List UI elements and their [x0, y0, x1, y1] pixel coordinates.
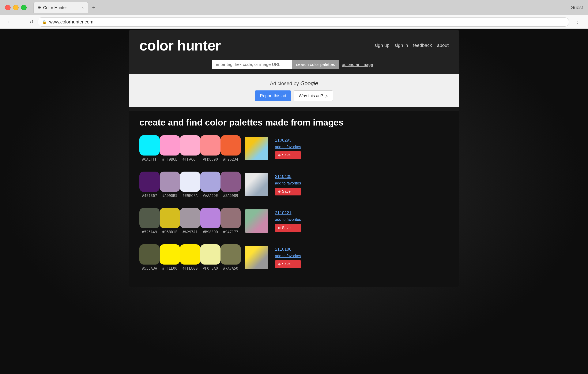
- swatch-code: #A990B5: [162, 193, 178, 198]
- add-to-favorites-link[interactable]: add to favorites: [275, 254, 301, 258]
- swatch-wrap: #4E1867: [139, 171, 160, 198]
- swatch-wrap: #E9ECFA: [180, 171, 200, 198]
- save-button[interactable]: Save: [275, 260, 301, 268]
- palette-info: 2110188add to favoritesSave: [275, 247, 301, 268]
- color-swatch[interactable]: [180, 135, 200, 156]
- signin-link[interactable]: sign in: [395, 43, 408, 48]
- swatch-wrap: #FFACCF: [180, 135, 200, 161]
- browser-menu-button[interactable]: ⋮: [572, 18, 583, 26]
- close-button[interactable]: [5, 5, 10, 10]
- signup-link[interactable]: sign up: [375, 43, 389, 48]
- color-swatch[interactable]: [139, 171, 160, 192]
- add-to-favorites-link[interactable]: add to favorites: [275, 181, 301, 185]
- palette-image[interactable]: [245, 209, 268, 233]
- swatch-code: #FFEE00: [162, 266, 178, 270]
- swatch-code: #0AEFFF: [142, 157, 157, 161]
- color-swatch[interactable]: [220, 135, 241, 156]
- address-bar[interactable]: 🔒: [38, 17, 569, 27]
- color-swatch[interactable]: [160, 135, 180, 156]
- swatch-code: #FF9BCE: [162, 157, 178, 161]
- color-swatch[interactable]: [139, 135, 160, 156]
- swatch-code: #E9ECFA: [182, 193, 198, 198]
- color-swatch[interactable]: [220, 208, 241, 228]
- color-swatch[interactable]: [160, 244, 180, 265]
- palette-row: #0AEFFF#FF9BCE#FFACCF#FD8C90#F2623421082…: [139, 135, 449, 161]
- add-to-favorites-link[interactable]: add to favorites: [275, 145, 301, 149]
- color-swatch[interactable]: [200, 135, 220, 156]
- ad-buttons: Report this ad Why this ad? ▷: [255, 90, 333, 101]
- traffic-lights: [5, 5, 27, 10]
- reload-button[interactable]: ↺: [29, 18, 34, 26]
- swatch-code: #FD8C90: [203, 157, 218, 161]
- color-swatch[interactable]: [180, 244, 200, 265]
- palette-image[interactable]: [245, 246, 268, 269]
- search-button[interactable]: search color palettes: [292, 60, 339, 69]
- color-swatch[interactable]: [200, 208, 220, 228]
- color-swatch[interactable]: [200, 244, 220, 265]
- site-content: create and find color palettes made from…: [129, 111, 459, 287]
- forward-button[interactable]: →: [17, 18, 25, 26]
- swatch-wrap: #0AEFFF: [139, 135, 160, 161]
- swatch-code: #4E1867: [142, 193, 157, 198]
- swatch-code: #8A5989: [223, 193, 238, 198]
- swatch-wrap: #FD8C90: [200, 135, 220, 161]
- color-swatch[interactable]: [220, 171, 241, 192]
- feedback-link[interactable]: feedback: [413, 43, 432, 48]
- swatch-code: #FFE800: [182, 266, 198, 270]
- swatch-wrap: #A297A1: [180, 208, 200, 234]
- palette-id-link[interactable]: 2110221: [275, 211, 301, 215]
- color-swatch[interactable]: [180, 208, 200, 228]
- palette-row: #4E1867#A990B5#E9ECFA#AAA6DE#8A598921104…: [139, 171, 449, 198]
- new-tab-button[interactable]: +: [90, 3, 98, 12]
- site-header: color hunter sign up sign in feedback ab…: [129, 30, 459, 60]
- save-button[interactable]: Save: [275, 188, 301, 195]
- color-swatch[interactable]: [200, 171, 220, 192]
- upload-button[interactable]: upload an image: [339, 60, 376, 69]
- swatch-code: #F0F0A0: [203, 266, 218, 270]
- palette-id-link[interactable]: 2108293: [275, 138, 301, 143]
- lock-icon: 🔒: [42, 20, 47, 24]
- address-input[interactable]: [49, 19, 565, 25]
- back-button[interactable]: ←: [5, 18, 13, 26]
- palettes-container: #0AEFFF#FF9BCE#FFACCF#FD8C90#F2623421082…: [139, 135, 449, 270]
- minimize-button[interactable]: [13, 5, 19, 10]
- palette-info: 2110405add to favoritesSave: [275, 174, 301, 195]
- search-input[interactable]: [212, 60, 292, 69]
- palette-image[interactable]: [245, 173, 268, 196]
- swatch-wrap: #525A49: [139, 208, 160, 234]
- swatch-wrap: #FFEE00: [160, 244, 180, 270]
- maximize-button[interactable]: [21, 5, 27, 10]
- tab-close-icon[interactable]: ×: [82, 5, 84, 10]
- swatch-code: #525A49: [142, 230, 157, 234]
- color-swatch[interactable]: [180, 171, 200, 192]
- color-swatch[interactable]: [139, 244, 160, 265]
- palette-id-link[interactable]: 2110405: [275, 174, 301, 179]
- swatch-wrap: #7A7A50: [220, 244, 241, 270]
- site-wrapper: color hunter sign up sign in feedback ab…: [129, 30, 459, 287]
- report-ad-button[interactable]: Report this ad: [255, 90, 291, 101]
- swatch-wrap: #947177: [220, 208, 241, 234]
- header-nav: sign up sign in feedback about: [375, 43, 449, 48]
- add-to-favorites-link[interactable]: add to favorites: [275, 217, 301, 222]
- color-swatch[interactable]: [160, 171, 180, 192]
- palette-swatches: #555A3A#FFEE00#FFE800#F0F0A0#7A7A50: [139, 244, 241, 270]
- color-swatch[interactable]: [139, 208, 160, 228]
- palette-image[interactable]: [245, 137, 268, 160]
- why-ad-label: Why this ad?: [299, 93, 323, 98]
- browser-titlebar: ✳ Color Hunter × + Guest: [0, 0, 588, 15]
- color-swatch[interactable]: [220, 244, 241, 265]
- palette-swatches: #4E1867#A990B5#E9ECFA#AAA6DE#8A5989: [139, 171, 241, 198]
- swatch-wrap: #F26234: [220, 135, 241, 161]
- color-swatch[interactable]: [160, 208, 180, 228]
- save-button[interactable]: Save: [275, 224, 301, 232]
- about-link[interactable]: about: [437, 43, 449, 48]
- palette-id-link[interactable]: 2110188: [275, 247, 301, 252]
- swatch-code: #7A7A50: [223, 266, 238, 270]
- swatch-code: #AAA6DE: [203, 193, 218, 198]
- why-ad-button[interactable]: Why this ad? ▷: [294, 90, 333, 101]
- tab-bar: ✳ Color Hunter × +: [33, 2, 567, 13]
- swatch-code: #A297A1: [182, 230, 198, 234]
- save-button[interactable]: Save: [275, 151, 301, 159]
- active-tab[interactable]: ✳ Color Hunter ×: [33, 2, 88, 13]
- palette-row: #525A49#D5BD1F#A297A1#B983DD#94717721102…: [139, 208, 449, 234]
